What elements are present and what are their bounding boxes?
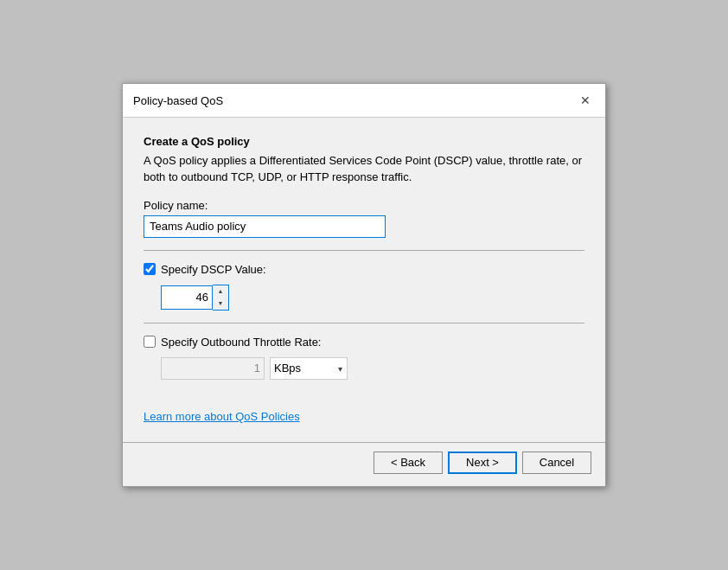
divider-1 <box>144 250 584 251</box>
dscp-value-input[interactable] <box>161 285 213 310</box>
throttle-checkbox[interactable] <box>144 336 156 348</box>
dscp-increment-button[interactable]: ▲ <box>213 285 228 298</box>
dscp-spinner-group: ▲ ▼ <box>161 285 584 311</box>
policy-name-input[interactable] <box>144 215 386 238</box>
dscp-decrement-button[interactable]: ▼ <box>213 298 228 310</box>
close-button[interactable]: ✕ <box>576 91 595 110</box>
dscp-checkbox-row: Specify DSCP Value: <box>144 263 584 276</box>
throttle-checkbox-row: Specify Outbound Throttle Rate: <box>144 336 584 349</box>
title-bar: Policy-based QoS ✕ <box>123 84 605 118</box>
divider-2 <box>144 323 584 323</box>
learn-more-link[interactable]: Learn more about QoS Policies <box>144 410 300 423</box>
back-button[interactable]: < Back <box>374 452 443 474</box>
throttle-value-input <box>161 357 265 380</box>
section-heading: Create a QoS policy <box>144 135 584 148</box>
dialog-footer: < Back Next > Cancel <box>123 442 605 486</box>
dscp-checkbox[interactable] <box>144 263 156 275</box>
cancel-button[interactable]: Cancel <box>522 452 591 474</box>
dialog-content: Create a QoS policy A QoS policy applies… <box>123 118 605 432</box>
description-text: A QoS policy applies a Differentiated Se… <box>144 153 584 184</box>
throttle-unit-wrapper: KBps MBps GBps <box>270 357 348 380</box>
policy-name-label: Policy name: <box>144 199 584 212</box>
dscp-checkbox-label[interactable]: Specify DSCP Value: <box>161 263 266 276</box>
throttle-unit-select[interactable]: KBps MBps GBps <box>270 357 348 380</box>
policy-qos-dialog: Policy-based QoS ✕ Create a QoS policy A… <box>122 83 606 486</box>
dialog-title: Policy-based QoS <box>133 94 223 107</box>
dscp-spinner-buttons: ▲ ▼ <box>213 285 229 311</box>
next-button[interactable]: Next > <box>448 452 517 474</box>
throttle-checkbox-label[interactable]: Specify Outbound Throttle Rate: <box>161 336 321 349</box>
throttle-input-row: KBps MBps GBps <box>161 357 584 380</box>
